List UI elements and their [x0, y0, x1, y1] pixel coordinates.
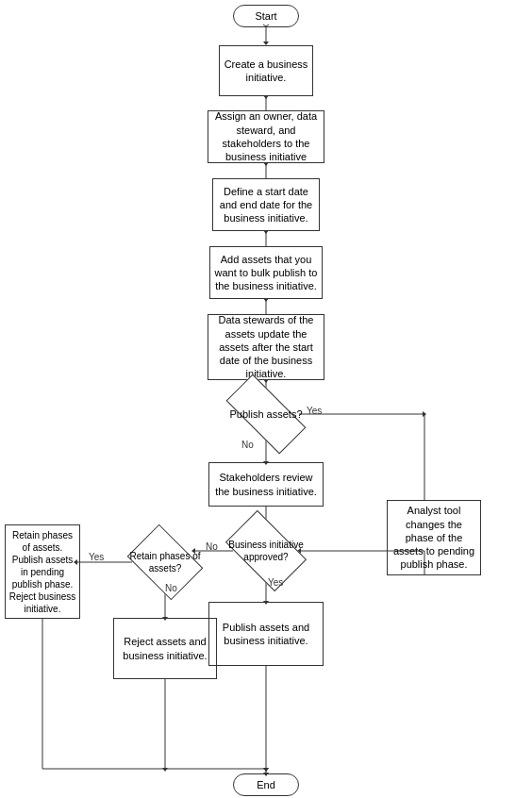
box-reject-label: Reject assets and business initiative.: [118, 635, 212, 662]
box-left-label: Retain phases of assets. Publish assets …: [8, 529, 76, 615]
box3-label: Define a start date and end date for the…: [217, 185, 315, 225]
diamond-approved-label: Business initiative approved?: [222, 524, 310, 577]
box-create-initiative: Create a business initiative.: [219, 45, 313, 96]
label-yes2: Yes: [268, 577, 283, 588]
svg-marker-37: [263, 768, 269, 772]
box-publish-label: Publish assets and business initiative.: [213, 621, 319, 648]
box-assign-owner: Assign an owner, data steward, and stake…: [208, 110, 324, 163]
end-label: End: [257, 778, 275, 791]
start-node: Start: [233, 5, 299, 27]
box2-label: Assign an owner, data steward, and stake…: [212, 109, 320, 163]
box-add-assets: Add assets that you want to bulk publish…: [209, 246, 323, 299]
box-stakeholders-review: Stakeholders review the business initiat…: [208, 462, 324, 507]
box1-label: Create a business initiative.: [224, 58, 308, 85]
box6-label: Stakeholders review the business initiat…: [213, 471, 319, 498]
diamond-retain-label: Retain phases of assets?: [126, 534, 204, 590]
svg-marker-34: [423, 411, 426, 417]
label-yes3: Yes: [89, 552, 104, 562]
box4-label: Add assets that you want to bulk publish…: [214, 253, 318, 293]
box-define-dates: Define a start date and end date for the…: [212, 178, 320, 231]
box-retain-left: Retain phases of assets. Publish assets …: [5, 524, 80, 619]
box-publish: Publish assets and business initiative.: [208, 602, 324, 666]
diamond-publish-label: Publish assets?: [228, 395, 304, 433]
box-analyst-tool: Analyst tool changes the phase of the as…: [387, 500, 481, 575]
start-label: Start: [255, 9, 276, 23]
label-no2: No: [206, 541, 218, 552]
box5-label: Data stewards of the assets update the a…: [212, 313, 320, 380]
end-node: End: [233, 773, 299, 796]
box-reject: Reject assets and business initiative.: [113, 618, 217, 679]
svg-marker-38: [263, 768, 269, 772]
svg-marker-36: [162, 768, 168, 772]
flowchart-diagram: Start Create a business initiative. Assi…: [0, 0, 532, 798]
box-data-stewards: Data stewards of the assets update the a…: [208, 314, 324, 380]
label-no1: No: [241, 440, 254, 450]
analyst-label: Analyst tool changes the phase of the as…: [391, 504, 476, 571]
label-yes1: Yes: [307, 406, 322, 416]
label-no3: No: [165, 583, 177, 593]
